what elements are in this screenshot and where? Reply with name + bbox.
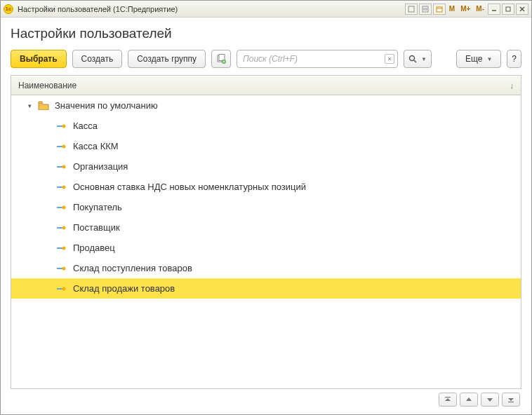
app-icon: 1c <box>4 4 13 14</box>
window-title: Настройки пользователей (1С:Предприятие) <box>18 5 178 13</box>
help-button[interactable]: ? <box>507 50 521 68</box>
tree-item-row[interactable]: Касса ККМ <box>11 136 521 156</box>
tree-item-row[interactable]: Склад продажи товаров <box>11 278 521 299</box>
svg-point-32 <box>62 266 66 270</box>
svg-point-26 <box>62 205 66 209</box>
svg-rect-36 <box>445 397 451 397</box>
item-label: Склад продажи товаров <box>73 283 175 294</box>
toolbar: Выбрать Создать Создать группу × ▼ Еще ▼… <box>11 50 521 68</box>
svg-rect-4 <box>437 7 442 12</box>
close-icon[interactable] <box>516 4 528 15</box>
more-label: Еще <box>465 54 482 64</box>
copy-button[interactable] <box>211 50 231 68</box>
tree-item-row[interactable]: Покупатель <box>11 197 521 217</box>
create-group-button[interactable]: Создать группу <box>128 50 206 68</box>
svg-point-18 <box>62 124 66 128</box>
memory-mplus-button[interactable]: M+ <box>458 4 472 15</box>
item-label: Основная ставка НДС новых номенклатурных… <box>73 182 306 192</box>
tree-group-row[interactable]: ▾Значения по умолчанию <box>11 95 521 116</box>
grid-header[interactable]: Наименование ↓ <box>11 76 521 95</box>
tree-item-row[interactable]: Продавец <box>11 238 521 258</box>
svg-marker-35 <box>445 398 451 401</box>
page-title: Настройки пользователей <box>11 26 521 41</box>
tree-item-row[interactable]: Касса <box>11 116 521 136</box>
svg-rect-1 <box>423 6 428 12</box>
item-label: Продавец <box>73 243 115 253</box>
item-label: Поставщик <box>73 222 120 233</box>
select-button[interactable]: Выбрать <box>11 50 67 68</box>
chevron-down-icon: ▼ <box>421 56 427 62</box>
sort-indicator-icon: ↓ <box>510 81 514 90</box>
memory-mminus-button[interactable]: M- <box>474 4 486 15</box>
group-label: Значения по умолчанию <box>55 100 158 111</box>
clear-search-icon[interactable]: × <box>385 54 394 64</box>
item-label: Касса ККМ <box>73 141 119 151</box>
nav-last-button[interactable] <box>502 393 520 407</box>
svg-marker-37 <box>466 397 472 401</box>
item-label: Касса <box>73 121 98 131</box>
search-input[interactable] <box>243 54 385 64</box>
item-label: Склад поступления товаров <box>73 263 192 273</box>
tree-item-row[interactable]: Склад поступления товаров <box>11 258 521 278</box>
more-button[interactable]: Еще ▼ <box>456 50 501 68</box>
copy-icon <box>216 54 226 64</box>
memory-m-button[interactable]: M <box>447 4 457 15</box>
svg-rect-0 <box>408 6 414 12</box>
grid-body[interactable]: ▾Значения по умолчаниюКассаКасса ККМОрга… <box>11 95 521 388</box>
calendar-icon[interactable] <box>433 4 446 15</box>
svg-marker-38 <box>487 398 493 402</box>
titlebar-tool-1[interactable] <box>405 4 418 15</box>
search-icon <box>408 55 417 63</box>
svg-rect-7 <box>506 7 510 11</box>
svg-point-24 <box>62 185 66 189</box>
maximize-icon[interactable] <box>502 4 514 15</box>
footer-nav <box>11 389 521 407</box>
collapse-icon[interactable]: ▾ <box>28 102 35 109</box>
svg-marker-39 <box>508 398 514 401</box>
minimize-icon[interactable] <box>488 4 500 15</box>
calculator-icon[interactable] <box>419 4 432 15</box>
window-root: 1c Настройки пользователей (1С:Предприят… <box>0 0 532 415</box>
item-label: Организация <box>73 161 128 172</box>
svg-point-22 <box>62 165 66 168</box>
tree-item-row[interactable]: Организация <box>11 156 521 177</box>
svg-rect-40 <box>508 402 514 402</box>
create-button[interactable]: Создать <box>72 50 123 68</box>
search-button[interactable]: ▼ <box>404 50 432 68</box>
tree-item-row[interactable]: Основная ставка НДС новых номенклатурных… <box>11 177 521 197</box>
svg-point-20 <box>62 144 66 148</box>
tree-grid: Наименование ↓ ▾Значения по умолчаниюКас… <box>11 75 521 389</box>
chevron-down-icon: ▼ <box>486 56 492 62</box>
nav-down-button[interactable] <box>481 393 499 407</box>
nav-first-button[interactable] <box>439 393 457 407</box>
svg-point-30 <box>62 246 66 250</box>
svg-point-34 <box>62 287 66 290</box>
content-area: Настройки пользователей Выбрать Создать … <box>1 18 531 414</box>
titlebar: 1c Настройки пользователей (1С:Предприят… <box>1 1 531 18</box>
search-field[interactable]: × <box>237 50 398 68</box>
svg-point-15 <box>410 56 415 61</box>
svg-point-28 <box>62 226 66 229</box>
nav-up-button[interactable] <box>460 393 478 407</box>
tree-item-row[interactable]: Поставщик <box>11 217 521 238</box>
column-header-name: Наименование <box>18 81 77 90</box>
item-label: Покупатель <box>73 202 122 212</box>
svg-line-16 <box>414 60 416 62</box>
